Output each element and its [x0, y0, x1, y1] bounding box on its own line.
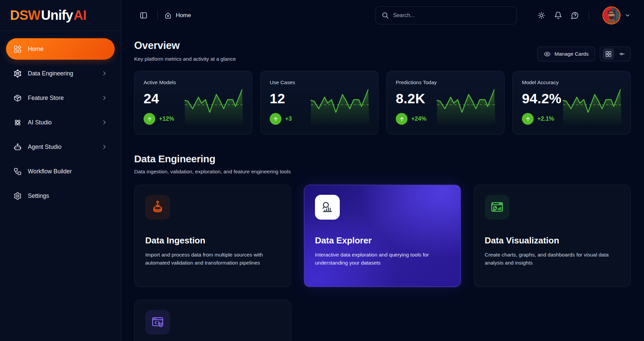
- metric-card-model-accuracy: Model Accuracy 94.2% +2.1%: [513, 71, 631, 134]
- sidebar-toggle-button[interactable]: [137, 8, 151, 22]
- feature-description: Import and process data from multiple so…: [145, 251, 273, 267]
- overview-titles: Overview Key platform metrics and activi…: [134, 40, 236, 62]
- sidebar-item-data-engineering[interactable]: Data Engineering: [6, 63, 115, 84]
- trend-up-icon: [522, 113, 534, 125]
- sidebar-item-workflow-builder[interactable]: Workflow Builder: [6, 161, 115, 182]
- sidebar-item-feature-store[interactable]: Feature Store: [6, 87, 115, 109]
- hexagon-network-icon: [13, 69, 22, 78]
- main-area: Home: [121, 0, 644, 341]
- trend-up-icon: [144, 113, 155, 125]
- search-icon: [381, 11, 389, 19]
- trend-up-icon: [396, 113, 408, 125]
- sidebar-item-ai-studio[interactable]: AI Studio: [6, 112, 115, 133]
- search-bar: [375, 6, 517, 24]
- sparkline-chart: [437, 87, 495, 125]
- metric-label: Active Models: [144, 79, 243, 86]
- section-title: Data Engineering: [134, 153, 631, 165]
- metric-card-predictions-today: Predictions Today 8.2K +24%: [386, 71, 504, 134]
- page-content: Overview Key platform metrics and activi…: [121, 31, 644, 341]
- metrics-row: Active Models 24 +12%: [134, 71, 631, 134]
- metric-delta-row: +2.1%: [522, 113, 554, 125]
- notifications-button[interactable]: [551, 8, 565, 22]
- gear-icon: [13, 192, 22, 200]
- overview-actions: Manage Cards: [537, 40, 631, 62]
- page-title: Overview: [134, 40, 236, 52]
- section-header-data-engineering: Data Engineering Data ingestion, validat…: [134, 153, 631, 175]
- chevron-right-icon: [101, 119, 107, 125]
- robot-icon: [13, 143, 22, 151]
- breadcrumb-label: Home: [176, 12, 191, 19]
- metric-label: Model Accuracy: [522, 79, 621, 86]
- metric-delta: +3: [285, 115, 292, 122]
- feature-description: Create charts, graphs, and dashboards fo…: [485, 251, 613, 267]
- chevron-right-icon: [101, 144, 107, 150]
- sidebar-item-settings[interactable]: Settings: [6, 185, 115, 207]
- feature-card-data-visualization[interactable]: Data Visualization Create charts, graphs…: [474, 185, 631, 287]
- search-chart-icon: [320, 200, 334, 214]
- logo: DSWUnifyAI: [0, 0, 121, 31]
- feature-title: Data Visualization: [485, 235, 620, 246]
- sidebar-item-label: Workflow Builder: [28, 168, 72, 175]
- topbar-divider: [157, 10, 158, 20]
- chevron-right-icon: [101, 70, 107, 76]
- avatar: [602, 6, 621, 24]
- sidebar-item-label: Home: [28, 46, 44, 53]
- brand-ai: AI: [73, 8, 86, 23]
- help-button[interactable]: [568, 8, 582, 22]
- brand-logo: DSWUnifyAI: [10, 8, 86, 23]
- help-icon: [571, 11, 579, 19]
- metric-label: Predictions Today: [396, 79, 495, 86]
- feature-title: Data Ingestion: [145, 235, 280, 246]
- grid-icon: [13, 45, 22, 53]
- database-import-icon: [151, 200, 165, 214]
- topbar-divider-2: [589, 10, 589, 20]
- feature-card-partial[interactable]: [134, 300, 291, 341]
- breadcrumb[interactable]: Home: [164, 12, 191, 19]
- avatar-image: [603, 7, 620, 23]
- code-check-icon: [151, 315, 165, 329]
- bell-icon: [554, 11, 562, 19]
- metric-delta: +12%: [159, 115, 174, 122]
- sidebar: DSWUnifyAI Home: [0, 0, 121, 341]
- brand-dsw: DSW: [10, 8, 40, 23]
- package-icon: [13, 94, 22, 102]
- slider-icon: [619, 51, 625, 57]
- chevron-right-icon: [101, 95, 107, 101]
- overview-header: Overview Key platform metrics and activi…: [134, 40, 631, 62]
- feature-icon-tile: [145, 195, 170, 220]
- metric-card-use-cases: Use Cases 12 +3: [260, 71, 378, 134]
- sidebar-item-label: Settings: [28, 192, 49, 200]
- feature-card-data-explorer[interactable]: Data Explorer Interactive data explorati…: [304, 185, 461, 287]
- sidebar-item-agent-studio[interactable]: Agent Studio: [6, 136, 115, 158]
- manage-cards-label: Manage Cards: [554, 51, 589, 57]
- manage-cards-button[interactable]: Manage Cards: [537, 47, 595, 61]
- sidebar-item-home[interactable]: Home: [6, 38, 115, 60]
- atom-icon: [13, 118, 22, 127]
- user-menu-button[interactable]: [602, 6, 631, 24]
- feature-card-data-ingestion[interactable]: Data Ingestion Import and process data f…: [134, 185, 291, 287]
- grid-view-button[interactable]: [603, 48, 614, 60]
- eye-icon: [544, 51, 551, 58]
- grid-view-icon: [605, 51, 612, 57]
- sparkline-chart: [185, 87, 243, 125]
- search-input[interactable]: [375, 6, 517, 24]
- sidebar-item-label: Feature Store: [28, 95, 64, 102]
- trend-up-icon: [270, 113, 281, 125]
- topbar: Home: [121, 0, 644, 31]
- app-root: DSWUnifyAI Home: [0, 0, 644, 341]
- feature-icon-tile: [485, 195, 509, 220]
- compact-view-button[interactable]: [616, 48, 628, 60]
- chevron-down-icon: [625, 12, 631, 18]
- page-subtitle: Key platform metrics and activity at a g…: [134, 56, 236, 62]
- panel-left-icon: [140, 11, 148, 19]
- metric-card-active-models: Active Models 24 +12%: [134, 71, 252, 134]
- theme-toggle-button[interactable]: [534, 8, 548, 22]
- sparkline-chart: [311, 87, 369, 125]
- dashboard-chart-icon: [490, 200, 504, 214]
- section-subtitle: Data ingestion, validation, exploration,…: [134, 169, 631, 175]
- metric-delta: +2.1%: [537, 115, 554, 122]
- feature-description: Interactive data exploration and queryin…: [315, 251, 443, 267]
- brand-unify: Unify: [41, 8, 73, 23]
- metric-delta-row: +12%: [144, 113, 174, 125]
- metric-delta-row: +24%: [396, 113, 426, 125]
